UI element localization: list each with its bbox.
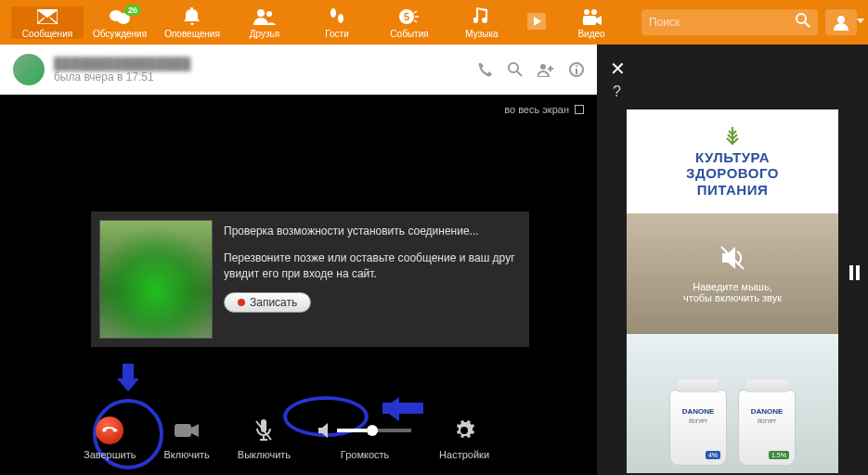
- svg-point-5: [338, 14, 343, 23]
- mute-button[interactable]: Выключить: [238, 417, 291, 460]
- self-preview: [99, 220, 213, 339]
- ad-video[interactable]: Наведите мышь, чтобы включить звук: [627, 213, 838, 334]
- connection-status: Проверка возможности установить соединен…: [224, 224, 521, 239]
- video-call-area: во весь экран Проверка возможности устан…: [0, 95, 597, 475]
- search-box[interactable]: [641, 9, 818, 35]
- nav-label: Оповещения: [164, 29, 220, 39]
- nav-label: Сообщения: [22, 29, 72, 39]
- camera-icon: [581, 6, 602, 27]
- nav-notifications[interactable]: Оповещения: [156, 6, 228, 39]
- ad-danone[interactable]: DANONE ЙОГУРТ 4% DANONE ЙОГУРТ 1.5%: [627, 334, 838, 473]
- nav-label: Музыка: [465, 29, 498, 39]
- annotation-arrow-down: [117, 364, 139, 392]
- info-icon[interactable]: [569, 62, 584, 77]
- chat-username[interactable]: ████████████████: [54, 57, 190, 71]
- svg-point-12: [797, 14, 806, 23]
- ad-culture[interactable]: КУЛЬТУРА ЗДОРОВОГО ПИТАНИЯ: [627, 109, 838, 213]
- people-icon: [253, 6, 276, 27]
- five-star-icon: 5: [399, 6, 420, 27]
- chat-header: ████████████████ была вчера в 17:51: [0, 45, 597, 95]
- svg-rect-11: [583, 16, 596, 25]
- user-icon: [833, 14, 849, 31]
- svg-point-4: [330, 8, 336, 18]
- search-chat-icon[interactable]: [508, 62, 523, 77]
- nav-label: События: [390, 29, 428, 39]
- svg-point-3: [266, 11, 272, 17]
- nav-video[interactable]: Видео: [555, 6, 628, 39]
- nav-label: Обсуждения: [93, 29, 147, 39]
- svg-point-13: [837, 16, 845, 23]
- mic-off-icon: [254, 417, 273, 443]
- svg-point-2: [257, 9, 265, 17]
- nav-messages[interactable]: Сообщения: [11, 6, 84, 39]
- play-icon: [527, 11, 546, 32]
- nav-events[interactable]: 5 События: [373, 6, 446, 39]
- nav-guests[interactable]: Гости: [301, 6, 373, 39]
- sound-off-icon: [719, 244, 746, 272]
- music-note-icon: [473, 6, 490, 27]
- volume-control[interactable]: Громкость: [318, 417, 411, 460]
- fullscreen-icon: [575, 105, 584, 114]
- nav-label: Видео: [577, 29, 604, 39]
- svg-point-10: [591, 9, 597, 15]
- svg-point-15: [540, 64, 546, 70]
- profile-menu[interactable]: [825, 9, 857, 35]
- record-dot-icon: [238, 299, 245, 306]
- call-status-box: Проверка возможности установить соединен…: [91, 212, 529, 347]
- ads-column: КУЛЬТУРА ЗДОРОВОГО ПИТАНИЯ Наведите мышь…: [627, 109, 838, 473]
- help-button[interactable]: ?: [613, 83, 621, 100]
- product-jar: DANONE ЙОГУРТ 1.5%: [738, 390, 796, 466]
- end-call-button[interactable]: Завершить: [84, 417, 136, 460]
- svg-point-9: [584, 9, 589, 15]
- volume-icon: [318, 417, 411, 443]
- svg-point-17: [576, 65, 577, 67]
- add-user-icon[interactable]: [538, 62, 554, 77]
- svg-text:5: 5: [404, 11, 409, 22]
- enable-video-button[interactable]: Включить: [163, 417, 209, 460]
- fullscreen-button[interactable]: во весь экран: [504, 104, 584, 115]
- nav-music[interactable]: Музыка: [446, 6, 518, 39]
- volume-slider[interactable]: [337, 429, 411, 432]
- call-icon[interactable]: [478, 62, 493, 77]
- bell-icon: [184, 6, 201, 27]
- nav-label: Друзья: [250, 29, 279, 39]
- svg-point-14: [509, 63, 518, 72]
- search-input[interactable]: [649, 16, 796, 29]
- pause-icon[interactable]: [849, 265, 862, 280]
- product-jar: DANONE ЙОГУРТ 4%: [669, 390, 727, 466]
- call-controls: Завершить Включить Выключить Громкость Н…: [0, 403, 597, 475]
- discussions-badge: 26: [124, 5, 141, 16]
- gear-icon: [454, 417, 474, 443]
- nav-friends[interactable]: Друзья: [228, 6, 301, 39]
- record-button[interactable]: Записать: [224, 292, 311, 313]
- search-icon[interactable]: [796, 13, 810, 32]
- wheat-icon: [722, 125, 743, 146]
- close-panel-button[interactable]: ✕: [610, 58, 626, 80]
- svg-rect-19: [175, 424, 191, 437]
- top-navigation: Сообщения 26 Обсуждения Оповещения Друзь…: [0, 0, 868, 45]
- nav-discussions[interactable]: 26 Обсуждения: [84, 6, 156, 39]
- callback-message: Перезвоните позже или оставьте сообщение…: [224, 250, 521, 282]
- user-avatar[interactable]: [13, 54, 45, 85]
- videocam-icon: [175, 417, 199, 443]
- settings-button[interactable]: Настройки: [439, 417, 489, 460]
- envelope-icon: [37, 6, 58, 27]
- footsteps-icon: [328, 6, 346, 27]
- hangup-icon: [96, 417, 123, 444]
- nav-play[interactable]: [518, 11, 555, 33]
- side-panel: ✕ ? КУЛЬТУРА ЗДОРОВОГО ПИТАНИЯ Наведите …: [597, 45, 868, 475]
- nav-label: Гости: [325, 29, 348, 39]
- svg-rect-18: [576, 69, 577, 74]
- caret-down-icon: [857, 19, 864, 23]
- chat-status: была вчера в 17:51: [54, 71, 190, 83]
